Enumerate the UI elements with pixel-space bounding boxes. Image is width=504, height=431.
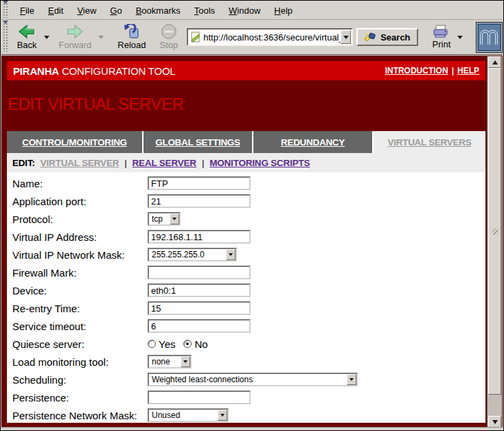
menu-edit[interactable]: Edit [41, 3, 70, 18]
tab-global-settings[interactable]: GLOBAL SETTINGS [144, 131, 252, 153]
page-proxy-icon[interactable] [190, 32, 201, 43]
menu-go[interactable]: Go [103, 3, 128, 18]
window-bottom-frame [1, 427, 503, 430]
toolbar-grippy[interactable] [3, 23, 8, 51]
nav-toolbar: Back Forward Reload Stop [1, 20, 503, 55]
application-port-field[interactable] [148, 194, 251, 208]
menu-bookmarks[interactable]: Bookmarks [129, 3, 187, 18]
mozilla-m-icon [479, 28, 500, 46]
toolbar-grippy[interactable] [3, 3, 9, 18]
subnav-monitoring-scripts-link[interactable]: MONITORING SCRIPTS [209, 158, 310, 168]
scroll-up-button[interactable] [488, 56, 501, 68]
menu-view[interactable]: View [70, 3, 103, 18]
scrollbar-grip-icon [492, 228, 498, 235]
page-title: EDIT VIRTUAL SERVER [8, 95, 485, 114]
back-button[interactable]: Back [12, 22, 42, 52]
persistence-network-mask-select[interactable]: Unused [148, 408, 229, 422]
chevron-down-icon[interactable] [347, 374, 356, 385]
back-label: Back [17, 40, 37, 50]
load-monitoring-tool-select[interactable]: none [148, 355, 192, 369]
header-link-separator: | [452, 66, 454, 75]
firewall-mark-label: Firewall Mark: [12, 267, 148, 279]
help-link[interactable]: HELP [457, 66, 479, 75]
protocol-select[interactable]: tcp [148, 212, 181, 226]
quiesce-yes-label: Yes [159, 338, 175, 350]
back-icon [18, 24, 36, 39]
forward-button[interactable]: Forward [54, 22, 97, 52]
introduction-link[interactable]: INTRODUCTION [385, 66, 448, 75]
firewall-mark-field[interactable] [148, 266, 251, 279]
scheduling-label: Scheduling: [12, 374, 148, 386]
form-row: Name: [12, 174, 485, 192]
back-dropdown-arrow[interactable] [44, 36, 49, 39]
print-button[interactable]: Print [428, 23, 456, 51]
stop-icon [161, 24, 176, 39]
search-flashlight-icon [364, 32, 377, 42]
menu-file[interactable]: File [13, 3, 41, 18]
subnav-real-server-link[interactable]: REAL SERVER [133, 158, 196, 168]
application-port-label: Application port: [12, 196, 148, 207]
name-field[interactable] [148, 176, 251, 190]
quiesce-no-radio[interactable] [183, 340, 192, 348]
print-label: Print [433, 39, 451, 49]
form-row: Device: [12, 281, 485, 299]
menu-window[interactable]: Window [222, 3, 267, 18]
form-row: Firewall Mark: [12, 264, 485, 281]
menu-bar: File Edit View Go Bookmarks Tools Window… [1, 1, 503, 20]
scroll-down-button[interactable] [488, 416, 501, 428]
menu-tools[interactable]: Tools [187, 3, 222, 18]
quiesce-yes-radio[interactable] [148, 340, 156, 348]
main-tab-bar: CONTROL/MONITORING GLOBAL SETTINGS REDUN… [7, 131, 485, 153]
quiesce-server-radio-group: Yes No [148, 338, 212, 350]
virtual-ip-address-field[interactable] [148, 230, 251, 244]
url-bar [187, 28, 353, 46]
name-label: Name: [12, 178, 148, 189]
tab-virtual-servers[interactable]: VIRTUAL SERVERS [374, 131, 485, 153]
search-label: Search [380, 32, 410, 43]
persistence-label: Persistence: [12, 392, 148, 404]
forward-icon [66, 24, 84, 39]
edit-subnav: EDIT: VIRTUAL SERVER | REAL SERVER | MON… [7, 153, 485, 172]
virtual-ip-network-mask-label: Virtual IP Network Mask: [12, 249, 148, 261]
stop-button[interactable]: Stop [154, 22, 183, 52]
reload-icon [124, 24, 140, 39]
form-row: Application port: [12, 192, 485, 210]
search-button[interactable]: Search [356, 28, 417, 46]
print-dropdown-arrow[interactable] [457, 36, 463, 39]
reload-label: Reload [117, 40, 146, 50]
mozilla-logo[interactable] [476, 22, 503, 53]
url-input[interactable] [203, 32, 341, 43]
re-entry-time-field[interactable] [148, 301, 251, 315]
chevron-down-icon[interactable] [218, 410, 227, 421]
load-monitoring-tool-label: Load monitoring tool: [12, 356, 148, 368]
forward-label: Forward [59, 40, 92, 50]
service-timeout-field[interactable] [148, 319, 251, 333]
menu-help[interactable]: Help [267, 3, 299, 18]
device-label: Device: [12, 285, 148, 296]
service-timeout-label: Service timeout: [12, 321, 148, 332]
tab-control-monitoring[interactable]: CONTROL/MONITORING [7, 131, 142, 153]
piranha-header-bar: PIRANHA CONFIGURATION TOOL INTRODUCTION … [7, 61, 485, 80]
device-field[interactable] [148, 283, 251, 297]
reload-button[interactable]: Reload [113, 22, 150, 52]
persistence-network-mask-label: Persistence Network Mask: [12, 410, 148, 421]
subnav-virtual-server: VIRTUAL SERVER [41, 158, 119, 168]
scrollbar-thumb[interactable] [488, 68, 501, 395]
scheduling-select[interactable]: Weighted least-connections [148, 373, 358, 386]
virtual-server-form: Name: Application port: Protocol: tcp Vi… [7, 172, 485, 423]
chevron-down-icon[interactable] [181, 356, 190, 367]
quiesce-no-label: No [194, 338, 207, 350]
virtual-ip-network-mask-select[interactable]: 255.255.255.0 [148, 248, 237, 261]
url-history-dropdown[interactable] [341, 30, 351, 44]
tab-redundancy[interactable]: REDUNDANCY [253, 131, 372, 153]
form-row: Persistence Network Mask: Unused [12, 406, 485, 424]
forward-dropdown-arrow[interactable] [98, 36, 104, 39]
chevron-down-icon[interactable] [170, 213, 179, 224]
form-row: Re-entry Time: [12, 299, 485, 317]
form-row: Persistence: [12, 388, 485, 406]
protocol-label: Protocol: [12, 213, 148, 225]
persistence-field[interactable] [148, 391, 251, 404]
vertical-scrollbar[interactable] [487, 56, 502, 428]
chevron-down-icon[interactable] [226, 249, 236, 260]
stop-label: Stop [159, 40, 178, 50]
